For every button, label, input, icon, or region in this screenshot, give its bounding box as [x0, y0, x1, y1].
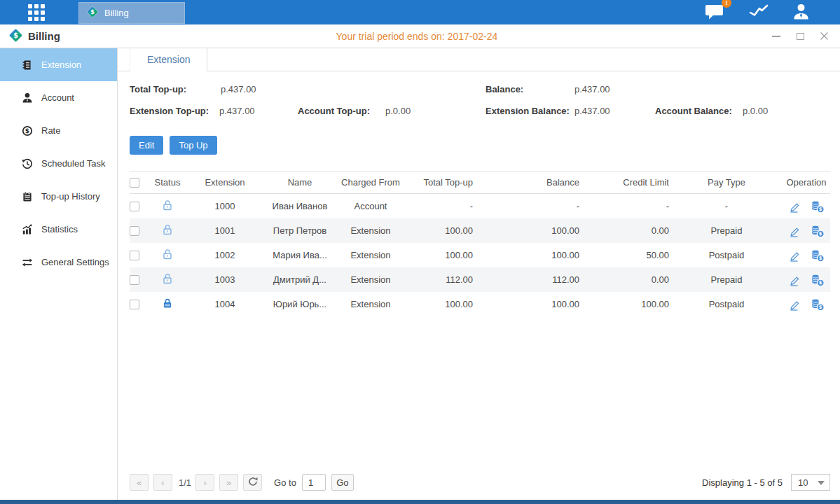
first-page-button[interactable]: «: [130, 474, 149, 491]
lock-closed-icon: [162, 298, 173, 311]
cell-credit-limit: -: [581, 201, 670, 211]
row-checkbox[interactable]: [130, 300, 139, 309]
line-chart-icon: [748, 3, 769, 22]
sidebar-item-account[interactable]: Account: [0, 81, 117, 114]
cell-total-topup: 100.00: [406, 225, 476, 236]
balance-label: Balance:: [486, 84, 523, 94]
account-icon: [21, 92, 33, 104]
cell-pay-type: Prepaid: [670, 225, 783, 236]
cell-pay-type: Postpaid: [670, 299, 783, 309]
edit-extension-icon[interactable]: [788, 249, 801, 262]
sidebar-item-label: Scheduled Task: [41, 158, 106, 169]
edit-extension-icon[interactable]: [788, 200, 801, 213]
total-topup-value: p.437.00: [221, 84, 256, 94]
sidebar-item-scheduled-task[interactable]: Scheduled Task: [0, 147, 117, 180]
cell-credit-limit: 50.00: [581, 250, 670, 260]
refresh-icon: [248, 477, 258, 489]
topbar: $ Billing !: [0, 0, 840, 24]
row-checkbox[interactable]: [130, 226, 139, 236]
top-up-coins-icon[interactable]: $: [811, 224, 825, 238]
cell-name: Мария Ива...: [264, 250, 336, 260]
cell-pay-type: Postpaid: [670, 250, 783, 260]
lock-open-icon: [162, 248, 173, 262]
row-checkbox[interactable]: [130, 202, 139, 211]
svg-text:$: $: [819, 304, 822, 310]
cell-total-topup: 100.00: [406, 299, 476, 309]
cell-extension: 1002: [186, 250, 264, 260]
app-menu-icon[interactable]: [25, 1, 48, 24]
sidebar-item-general-settings[interactable]: General Settings: [0, 246, 117, 279]
cell-credit-limit: 0.00: [581, 225, 670, 236]
account-balance-value: p.0.00: [743, 106, 768, 116]
cell-pay-type: -: [670, 201, 783, 211]
sidebar-item-topup-history[interactable]: Top-up History: [0, 180, 117, 213]
svg-text:$: $: [90, 8, 95, 15]
goto-page-input[interactable]: [302, 474, 326, 491]
top-up-coins-icon[interactable]: $: [811, 273, 825, 287]
top-up-button[interactable]: Top Up: [170, 136, 216, 155]
lock-open-icon: [162, 273, 173, 286]
top-up-coins-icon[interactable]: $: [811, 298, 825, 312]
top-up-coins-icon[interactable]: $: [811, 248, 825, 262]
page-indicator: 1/1: [179, 477, 191, 488]
statistics-icon: [21, 223, 33, 235]
col-name: Name: [264, 177, 336, 188]
row-checkbox[interactable]: [130, 251, 139, 260]
close-icon[interactable]: [819, 31, 829, 41]
refresh-button[interactable]: [243, 474, 262, 491]
cell-extension: 1000: [186, 201, 264, 211]
balance-summary: Total Top-up: p.437.00 Balance: p.437.00…: [118, 71, 840, 136]
account-topup-label: Account Top-up:: [298, 106, 370, 116]
notifications-button[interactable]: !: [705, 3, 726, 22]
cell-balance: 100.00: [476, 225, 581, 236]
window-title: $ Billing: [0, 28, 60, 45]
cell-credit-limit: 100.00: [581, 299, 670, 309]
page-size-select[interactable]: 10: [791, 474, 830, 491]
last-page-button[interactable]: »: [219, 474, 238, 491]
extension-icon: [21, 59, 33, 71]
edit-extension-icon[interactable]: [788, 274, 801, 286]
displaying-range: Displaying 1 - 5 of 5: [702, 477, 783, 488]
cell-total-topup: 112.00: [406, 274, 476, 285]
table-row: 1002 Мария Ива... Extension 100.00 100.0…: [130, 243, 830, 267]
edit-extension-icon[interactable]: [788, 298, 801, 311]
cell-credit-limit: 0.00: [581, 274, 670, 285]
cell-balance: 100.00: [476, 299, 581, 309]
monitor-button[interactable]: [748, 3, 769, 22]
edit-extension-icon[interactable]: [788, 225, 801, 237]
sidebar-item-statistics[interactable]: Statistics: [0, 213, 117, 246]
main-content: Extension Total Top-up: p.437.00 Balance…: [118, 48, 840, 500]
sidebar-item-label: Rate: [41, 125, 60, 136]
prev-page-button[interactable]: ‹: [153, 474, 172, 491]
row-checkbox[interactable]: [130, 275, 139, 285]
app-tab-billing[interactable]: $ Billing: [78, 2, 185, 24]
select-all-checkbox[interactable]: [130, 178, 139, 188]
maximize-icon[interactable]: [795, 31, 805, 41]
table-row: 1000 Иван Иванов Account - - - - $: [130, 194, 830, 218]
scheduled-task-icon: [21, 158, 33, 169]
top-up-coins-icon[interactable]: $: [811, 200, 825, 214]
sidebar-item-label: Extension: [41, 59, 81, 70]
page-size-value: 10: [798, 477, 808, 488]
page-title: Billing: [28, 30, 60, 42]
cell-balance: 100.00: [476, 250, 581, 260]
cell-balance: 112.00: [476, 274, 581, 285]
go-button[interactable]: Go: [331, 474, 354, 491]
col-total-topup: Total Top-up: [406, 177, 476, 188]
tab-extension[interactable]: Extension: [130, 48, 207, 71]
table-row: 1004 Юрий Юрь... Extension 100.00 100.00…: [130, 292, 830, 316]
edit-button[interactable]: Edit: [130, 136, 163, 155]
sidebar-item-rate[interactable]: $ Rate: [0, 114, 117, 147]
cell-charged-from: Account: [336, 201, 406, 211]
user-menu-button[interactable]: [792, 3, 811, 22]
cell-charged-from: Extension: [336, 299, 406, 309]
total-topup-label: Total Top-up:: [130, 84, 186, 94]
window-bottom-edge: [0, 500, 840, 504]
col-extension: Extension: [186, 177, 264, 188]
next-page-button[interactable]: ›: [195, 474, 214, 491]
extension-topup-label: Extension Top-up:: [130, 106, 209, 116]
minimize-icon[interactable]: [771, 31, 781, 41]
sidebar-item-extension[interactable]: Extension: [0, 48, 117, 81]
cell-extension: 1003: [186, 274, 264, 285]
window-controls: [771, 31, 840, 41]
